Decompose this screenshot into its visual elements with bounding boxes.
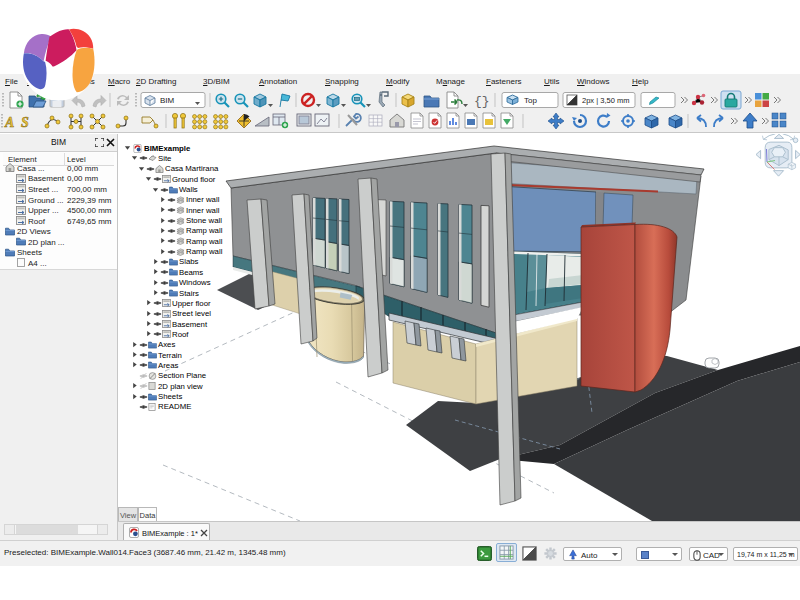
svg-text:Top: Top [524,96,537,105]
svg-text:{}: {} [474,94,490,109]
svg-text:A: A [4,115,14,130]
svg-text:BIM: BIM [160,96,175,105]
svg-text:2px | 3,50 mm: 2px | 3,50 mm [582,96,629,105]
svg-text:S: S [21,115,29,130]
